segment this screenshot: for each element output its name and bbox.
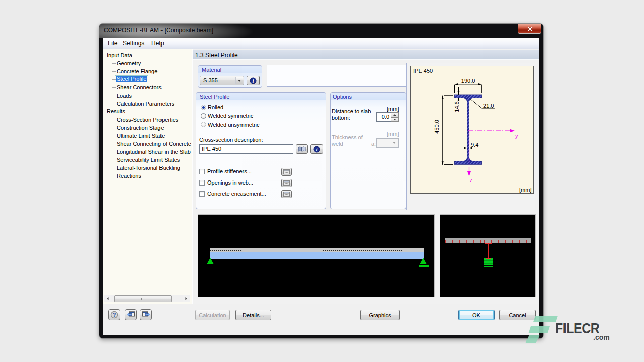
svg-text:IPE 450: IPE 450 (413, 68, 433, 74)
svg-text:z: z (470, 177, 473, 183)
svg-text:[mm]: [mm] (519, 187, 531, 193)
svg-text:450.0: 450.0 (434, 120, 440, 134)
svg-text:9.4: 9.4 (471, 142, 478, 148)
svg-text:y: y (515, 133, 518, 139)
svg-text:14.6: 14.6 (454, 101, 460, 112)
svg-text:?: ? (113, 312, 116, 318)
svg-text:21.0: 21.0 (483, 103, 494, 109)
svg-text:190.0: 190.0 (461, 78, 475, 84)
